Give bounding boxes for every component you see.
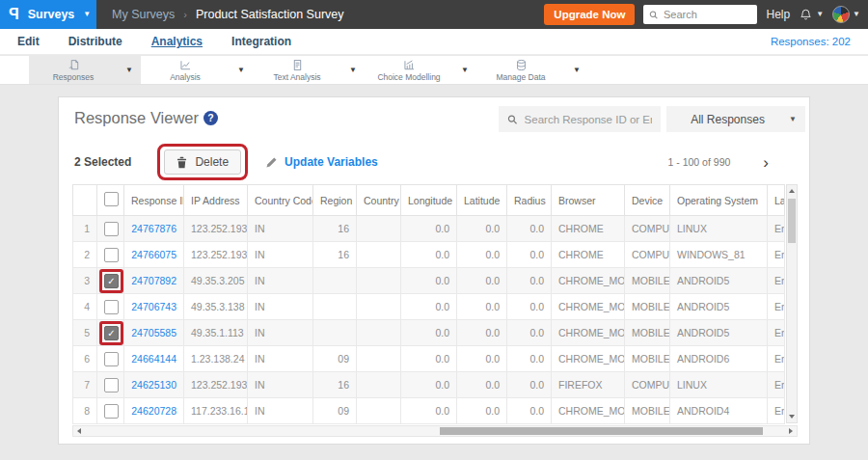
row-number: 2 <box>73 242 97 268</box>
breadcrumb-parent[interactable]: My Surveys <box>112 8 175 21</box>
row-checkbox[interactable] <box>104 274 119 288</box>
column-header-response-id[interactable]: Response ID▲ <box>124 185 184 216</box>
row-select-cell <box>97 320 124 346</box>
horizontal-scroll-thumb[interactable] <box>440 427 763 435</box>
vertical-scrollbar[interactable] <box>786 184 798 423</box>
column-header-longitude[interactable]: Longitude <box>401 185 457 216</box>
column-header-radius[interactable]: Radius <box>507 185 552 216</box>
cell-longitude: 0.0 <box>401 320 457 346</box>
toolbar-item-responses[interactable]: Responses▼ <box>29 56 141 84</box>
row-checkbox[interactable] <box>104 326 119 340</box>
toolbar-item-analysis[interactable]: Analysis▼ <box>141 56 253 84</box>
cell-ip-address: 1.23.138.24 <box>184 346 248 372</box>
product-switcher[interactable]: P Surveys ▼ <box>0 0 96 29</box>
row-checkbox[interactable] <box>104 248 119 262</box>
toolbar-button[interactable]: Responses <box>29 56 118 84</box>
response-id-link[interactable]: 24625130 <box>124 372 184 398</box>
cell-device: COMPUTER <box>625 372 670 398</box>
nav-tab-distribute[interactable]: Distribute <box>68 35 122 48</box>
upgrade-now-button[interactable]: Upgrade Now <box>544 4 635 25</box>
selected-count: 2 Selected <box>74 155 131 169</box>
column-header-operating-system[interactable]: Operating System <box>670 185 768 216</box>
nav-tab-integration[interactable]: Integration <box>231 35 291 48</box>
row-number: 3 <box>73 268 97 294</box>
toolbar-dropdown-caret[interactable]: ▼ <box>118 56 141 84</box>
table-row: 824620728117.233.16.177IN090.00.00.0CHRO… <box>73 398 785 424</box>
response-id-link[interactable]: 24620728 <box>124 398 184 424</box>
checkbox-wrap <box>104 378 119 392</box>
help-link[interactable]: Help <box>766 8 790 21</box>
vertical-scroll-thumb[interactable] <box>788 199 796 243</box>
response-filter-dropdown[interactable]: All Responses ▼ <box>666 106 805 132</box>
response-id-link[interactable]: 24707892 <box>124 268 184 294</box>
scroll-down-button[interactable] <box>787 411 797 422</box>
toolbar-button[interactable]: Choice Modelling <box>365 56 453 84</box>
cell-radius: 0.0 <box>507 320 552 346</box>
cell-ip-address: 123.252.193.148 <box>184 216 248 242</box>
notifications-control[interactable]: ▼ <box>799 8 824 22</box>
global-search-input[interactable] <box>664 9 752 20</box>
column-header-select[interactable] <box>97 185 124 216</box>
annotation-highlight-delete: Delete <box>157 144 248 180</box>
text-analysis-icon <box>290 59 305 71</box>
row-checkbox[interactable] <box>104 404 119 419</box>
global-search-box[interactable] <box>643 5 757 24</box>
cell-operating-system: ANDROID5 <box>670 294 768 320</box>
toolbar-button[interactable]: Manage Data <box>476 56 565 84</box>
column-header-country[interactable]: Country <box>357 185 401 216</box>
column-header-ip-address[interactable]: IP Address <box>184 185 248 216</box>
account-control[interactable]: ▼ <box>832 6 860 23</box>
pagination: 1 - 100 of 990 › <box>668 154 809 171</box>
row-checkbox[interactable] <box>104 352 119 366</box>
row-checkbox[interactable] <box>104 378 119 392</box>
scroll-up-button[interactable] <box>787 185 797 197</box>
response-search-box[interactable] <box>499 106 661 132</box>
cell-region: 16 <box>313 242 357 268</box>
toolbar-button[interactable]: Text Analysis <box>253 56 341 84</box>
toolbar-dropdown-caret[interactable]: ▼ <box>453 56 476 84</box>
response-table-zone: Response ID▲IP AddressCountry CodeRegion… <box>72 184 798 437</box>
response-id-link[interactable]: 24664144 <box>124 346 184 372</box>
toolbar-dropdown-caret[interactable]: ▼ <box>341 56 365 84</box>
response-search-input[interactable] <box>525 114 652 125</box>
cell-region: 09 <box>313 398 357 424</box>
row-checkbox[interactable] <box>104 300 119 314</box>
responses-count[interactable]: Responses: 202 <box>771 36 851 47</box>
toolbar-dropdown-caret[interactable]: ▼ <box>565 56 588 84</box>
toolbar-dropdown-caret[interactable]: ▼ <box>230 56 253 84</box>
toolbar-item-manage-data[interactable]: Manage Data▼ <box>476 56 588 84</box>
scroll-right-button[interactable] <box>785 426 797 436</box>
column-header-country-code[interactable]: Country Code <box>248 185 313 216</box>
cell-browser: CHROME <box>552 216 625 242</box>
cell-radius: 0.0 <box>507 242 552 268</box>
column-header-browser[interactable]: Browser <box>552 185 625 216</box>
delete-button[interactable]: Delete <box>164 149 241 175</box>
column-header-region[interactable]: Region <box>313 185 357 216</box>
toolbar-item-text-analysis[interactable]: Text Analysis▼ <box>253 56 365 84</box>
update-variables-link[interactable]: Update Variables <box>265 155 378 169</box>
response-id-link[interactable]: 24767876 <box>124 216 184 242</box>
row-select-cell <box>97 268 124 294</box>
next-page-button[interactable]: › <box>763 154 769 171</box>
response-id-link[interactable]: 24706743 <box>124 294 184 320</box>
select-all-checkbox[interactable] <box>104 192 119 206</box>
column-header-device[interactable]: Device <box>625 185 670 216</box>
cell-region: 16 <box>313 216 357 242</box>
nav-tab-edit[interactable]: Edit <box>17 35 40 48</box>
row-select-cell <box>97 216 124 242</box>
triangle-right-icon <box>789 428 793 434</box>
scroll-left-button[interactable] <box>73 426 85 436</box>
cell-longitude: 0.0 <box>401 294 457 320</box>
cell-operating-system: ANDROID5 <box>670 268 768 294</box>
help-badge-icon[interactable]: ? <box>203 111 218 125</box>
response-id-link[interactable]: 24705585 <box>124 320 184 346</box>
cell-browser: CHROME_MOBILE <box>552 320 625 346</box>
response-id-link[interactable]: 24766075 <box>124 242 184 268</box>
toolbar-button[interactable]: Analysis <box>141 56 230 84</box>
row-checkbox[interactable] <box>104 222 119 236</box>
nav-tab-analytics[interactable]: Analytics <box>151 35 203 48</box>
column-header-latitude[interactable]: Latitude <box>457 185 507 216</box>
toolbar-item-choice-modelling[interactable]: Choice Modelling▼ <box>365 56 476 84</box>
column-header-language[interactable]: Language <box>768 185 785 216</box>
horizontal-scrollbar[interactable] <box>72 425 798 437</box>
